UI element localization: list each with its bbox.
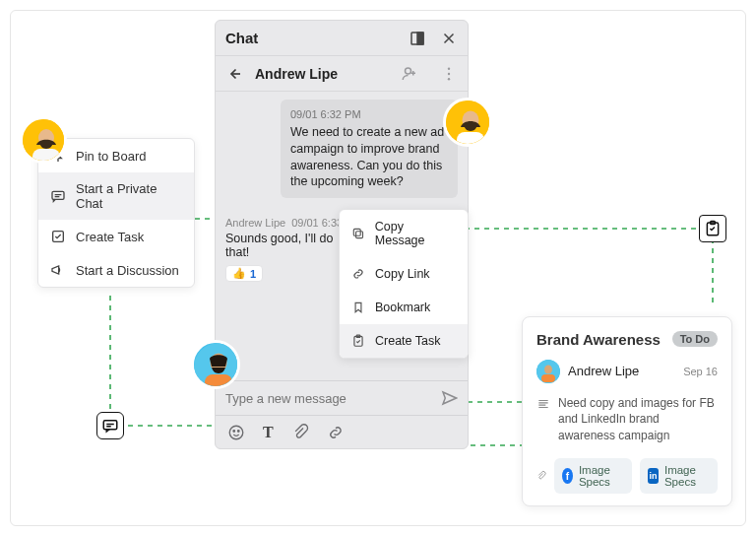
svg-point-22: [229, 426, 243, 439]
task-assignee-row: Andrew Lipe Sep 16: [536, 360, 718, 383]
svg-point-11: [448, 67, 450, 69]
avatar-sender: [191, 340, 240, 389]
ctx-copy-link[interactable]: Copy Link: [340, 257, 468, 291]
reaction-emoji: 👍: [232, 267, 246, 280]
chat-top-bar: Chat: [216, 21, 468, 56]
chat-chip-icon: [96, 412, 124, 439]
task-card[interactable]: Brand Awareness To Do Andrew Lipe Sep 16…: [522, 316, 732, 506]
task-due: Sep 16: [683, 366, 718, 377]
outgoing-text: Sounds good, I'll do that!: [225, 232, 339, 259]
attachment-fb[interactable]: f Image Specs: [554, 458, 632, 494]
more-icon[interactable]: [440, 65, 458, 83]
chat-panel: Chat Andrew Lipe 09/01 6:32 PM We need t…: [215, 20, 469, 449]
description-icon: [536, 397, 550, 411]
bookmark-icon: [351, 301, 365, 314]
task-status-pill[interactable]: To Do: [672, 331, 718, 347]
back-icon[interactable]: [225, 65, 243, 83]
attachment-icon[interactable]: [291, 424, 309, 441]
attachment-fb-label: Image Specs: [579, 464, 624, 488]
avatar-peer: [443, 98, 492, 147]
svg-point-10: [406, 68, 411, 74]
close-icon[interactable]: [440, 30, 458, 47]
link-icon: [351, 267, 365, 281]
svg-rect-33: [541, 374, 555, 382]
incoming-message[interactable]: 09/01 6:32 PM We need to create a new ad…: [281, 100, 458, 198]
attachment-li[interactable]: in Image Specs: [640, 458, 718, 494]
chat-header: Andrew Lipe: [216, 56, 468, 92]
popover-start-private-chat[interactable]: Start a Private Chat: [38, 172, 194, 220]
composer-toolbar: T: [216, 415, 468, 448]
svg-point-12: [448, 72, 450, 74]
task-icon: [50, 229, 66, 244]
copy-icon: [351, 227, 365, 240]
private-chat-label: Start a Private Chat: [76, 181, 182, 211]
chat-title: Chat: [225, 30, 258, 46]
chat-body: 09/01 6:32 PM We need to create a new ad…: [216, 92, 468, 380]
popover-create-task[interactable]: Create Task: [38, 220, 194, 253]
ctx-copy-link-label: Copy Link: [375, 267, 430, 281]
ctx-create-task-label: Create Task: [375, 334, 440, 348]
svg-point-32: [544, 365, 552, 373]
assignee-name: Andrew Lipe: [568, 364, 639, 378]
layout-toggle-icon[interactable]: [409, 30, 426, 47]
text-format-icon[interactable]: T: [263, 424, 274, 441]
linkedin-icon: in: [648, 468, 659, 484]
svg-rect-19: [353, 229, 360, 235]
composer[interactable]: [216, 380, 468, 415]
create-task-label: Create Task: [76, 230, 144, 244]
discussion-label: Start a Discussion: [76, 263, 179, 278]
svg-rect-18: [356, 232, 363, 238]
paperclip-icon: [536, 469, 546, 483]
task-attachments: f Image Specs in Image Specs: [536, 458, 718, 494]
clipboard-icon: [351, 334, 365, 348]
svg-point-13: [448, 78, 450, 80]
popover-start-discussion[interactable]: Start a Discussion: [38, 253, 194, 287]
ctx-copy-message-label: Copy Message: [375, 220, 456, 247]
message-context-menu: Copy Message Copy Link Bookmark Create T…: [339, 209, 469, 359]
chat-icon: [50, 188, 66, 204]
chat-peer-name: Andrew Lipe: [255, 66, 338, 82]
ctx-bookmark[interactable]: Bookmark: [340, 291, 468, 324]
profile-popover: Pin to Board Start a Private Chat Create…: [37, 138, 195, 288]
emoji-icon[interactable]: [227, 424, 245, 441]
avatar-self: [20, 116, 67, 164]
task-description-row: Need copy and images for FB and LinkedIn…: [536, 395, 718, 444]
svg-point-24: [238, 430, 240, 432]
outgoing-author: Andrew Lipe: [225, 217, 285, 229]
pin-label: Pin to Board: [76, 149, 147, 164]
ctx-bookmark-label: Bookmark: [375, 301, 430, 314]
task-title: Brand Awareness: [536, 331, 661, 348]
reaction-count: 1: [250, 268, 256, 280]
svg-point-23: [233, 430, 235, 432]
reaction-pill[interactable]: 👍 1: [225, 265, 263, 282]
megaphone-icon: [50, 262, 66, 278]
task-chip-icon: [699, 215, 726, 242]
svg-rect-9: [417, 33, 423, 44]
link-tool-icon[interactable]: [327, 424, 345, 441]
send-icon[interactable]: [440, 389, 458, 407]
incoming-text: We need to create a new ad campaign to i…: [290, 124, 448, 191]
facebook-icon: f: [562, 468, 573, 484]
assignee-avatar: [536, 360, 560, 383]
incoming-timestamp: 09/01 6:32 PM: [290, 107, 448, 122]
task-description: Need copy and images for FB and LinkedIn…: [558, 395, 718, 444]
attachment-li-label: Image Specs: [664, 464, 710, 488]
add-person-icon[interactable]: [401, 65, 418, 83]
ctx-create-task[interactable]: Create Task: [340, 324, 468, 358]
ctx-copy-message[interactable]: Copy Message: [340, 210, 468, 257]
composer-input[interactable]: [225, 391, 432, 406]
